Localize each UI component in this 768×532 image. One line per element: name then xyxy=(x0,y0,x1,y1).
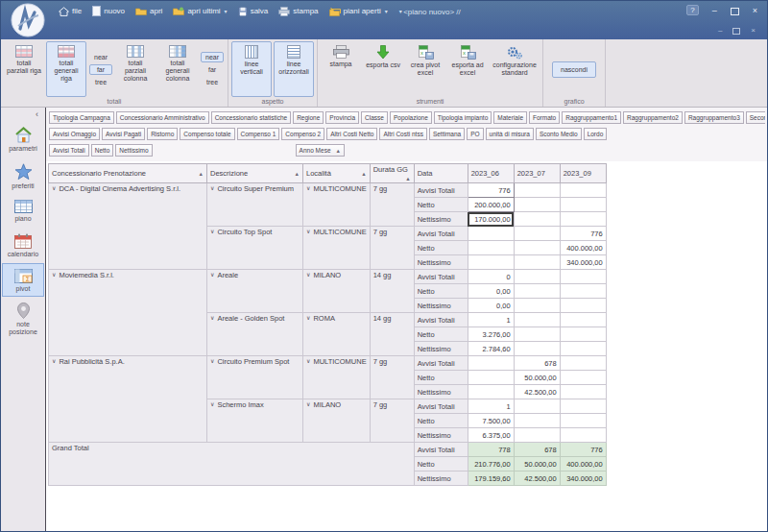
colonna-far-option[interactable]: far xyxy=(201,64,224,75)
value-cell[interactable] xyxy=(560,183,606,198)
menu-apri-ultimi[interactable]: apri ultimi ▾ xyxy=(173,7,227,15)
minimize-button[interactable]: – xyxy=(712,6,717,15)
value-cell[interactable] xyxy=(560,342,606,356)
sidebar-item-calendario[interactable]: calendario xyxy=(2,228,44,263)
collapse-icon[interactable]: ∨ xyxy=(306,272,310,278)
group-cell-descrizione[interactable]: ∨Circuito Top Spot xyxy=(207,227,303,270)
group-cell-localita[interactable]: ∨MULTICOMUNE xyxy=(303,227,371,270)
focused-value-cell[interactable]: 170.000,00 xyxy=(468,212,514,227)
field-chip[interactable]: unità di misura xyxy=(486,128,534,140)
help-button[interactable]: ? xyxy=(686,5,698,15)
close-button[interactable]: × xyxy=(753,6,757,15)
collapse-icon[interactable]: ∨ xyxy=(210,272,214,278)
value-cell[interactable] xyxy=(468,241,514,255)
field-chip[interactable]: Lordo xyxy=(584,128,608,140)
colonna-near-option[interactable]: near xyxy=(201,52,224,62)
crea-pivot-excel-button[interactable]: x crea pivot excel xyxy=(405,41,445,97)
sidebar-item-parametri[interactable]: parametri xyxy=(2,121,44,157)
value-cell[interactable] xyxy=(514,284,560,299)
value-cell[interactable]: 0,00 xyxy=(468,284,514,299)
menu-stampa[interactable]: stampa xyxy=(278,7,318,16)
maximize-button[interactable] xyxy=(731,8,739,15)
measure-chip[interactable]: Avvisi Totali xyxy=(49,144,89,157)
grand-total-cell[interactable]: 778 xyxy=(468,443,514,457)
group-cell-descrizione[interactable]: ∨Circuito Super Premium xyxy=(207,183,303,227)
value-cell[interactable]: 200.000,00 xyxy=(468,198,514,212)
value-cell[interactable]: 0 xyxy=(468,270,514,284)
grand-total-cell[interactable]: 400.000,00 xyxy=(560,457,606,472)
value-cell[interactable] xyxy=(560,428,606,443)
field-chip[interactable]: Raggruppamento3 xyxy=(684,111,744,124)
doc-restore-button[interactable] xyxy=(732,28,740,35)
value-cell[interactable] xyxy=(514,428,560,443)
collapse-icon[interactable]: ∨ xyxy=(306,185,310,191)
field-chip[interactable]: Sconto Medio xyxy=(536,128,582,140)
column-header-descrizione[interactable]: Descrizione▲ xyxy=(207,164,303,183)
value-cell[interactable] xyxy=(560,371,606,385)
nascondi-button[interactable]: nascondi xyxy=(552,61,596,78)
value-cell[interactable]: 42.500,00 xyxy=(514,385,560,399)
menu-file[interactable]: file xyxy=(59,7,82,16)
stampa-button[interactable]: stampa xyxy=(321,41,361,97)
value-cell[interactable]: 340.000,00 xyxy=(560,255,606,270)
totali-parziali-colonna-button[interactable]: totali parziali colonna xyxy=(115,41,156,97)
colonna-tree-option[interactable]: tree xyxy=(201,77,224,87)
value-cell[interactable]: 400.000,00 xyxy=(560,241,606,255)
esporta-csv-button[interactable]: esporta csv xyxy=(363,41,403,97)
value-cell[interactable]: 1 xyxy=(468,313,514,327)
grand-total-cell[interactable]: 776 xyxy=(560,443,606,457)
value-cell[interactable] xyxy=(560,414,606,428)
grand-total-cell[interactable]: 340.000,00 xyxy=(560,472,606,486)
doc-close-button[interactable]: × xyxy=(751,26,756,35)
value-cell[interactable]: 1 xyxy=(468,399,514,414)
value-cell[interactable] xyxy=(468,255,514,270)
value-cell[interactable]: 776 xyxy=(468,183,514,198)
value-cell[interactable] xyxy=(514,313,560,327)
value-cell[interactable] xyxy=(468,356,514,371)
collapse-icon[interactable]: ∨ xyxy=(306,401,310,407)
menu-apri[interactable]: apri xyxy=(135,7,162,15)
column-header-2023-07[interactable]: 2023_07 xyxy=(514,164,560,183)
collapse-icon[interactable]: ∨ xyxy=(52,358,56,364)
collapse-icon[interactable]: ∨ xyxy=(210,229,214,234)
value-cell[interactable] xyxy=(468,371,514,385)
collapse-icon[interactable]: ∨ xyxy=(210,358,214,364)
value-cell[interactable]: 678 xyxy=(514,356,560,371)
column-header-2023-06[interactable]: 2023_06 xyxy=(468,164,514,183)
sidebar-item-pivot[interactable]: Σ pivot xyxy=(2,263,44,298)
field-chip[interactable]: Popolazione xyxy=(390,111,432,124)
field-chip[interactable]: Raggruppamento1 xyxy=(562,111,621,124)
value-cell[interactable] xyxy=(514,342,560,356)
value-cell[interactable] xyxy=(560,327,606,342)
value-cell[interactable] xyxy=(560,356,606,371)
value-cell[interactable] xyxy=(514,198,560,212)
field-chip[interactable]: Secondi xyxy=(746,111,765,124)
value-cell[interactable]: 776 xyxy=(560,227,606,241)
field-chip[interactable]: Formato xyxy=(529,111,560,124)
group-cell-localita[interactable]: ∨MILANO xyxy=(303,399,371,443)
menu-nuovo[interactable]: nuovo xyxy=(92,6,125,16)
linee-orizzontali-button[interactable]: linee orizzontali xyxy=(274,41,314,97)
value-cell[interactable]: 7.500,00 xyxy=(468,414,514,428)
group-cell-concessionario[interactable]: ∨Moviemedia S.r.l. xyxy=(49,270,207,356)
group-cell-localita[interactable]: ∨ROMA xyxy=(303,313,371,356)
field-chip[interactable]: PO xyxy=(467,128,483,140)
field-chip[interactable]: Regione xyxy=(293,111,324,124)
grand-total-cell[interactable]: 210.776,00 xyxy=(468,457,514,472)
group-cell-localita[interactable]: ∨MULTICOMUNE xyxy=(303,356,371,399)
collapse-icon[interactable]: ∨ xyxy=(306,358,310,364)
totali-parziali-riga-button[interactable]: totali parziali riga xyxy=(4,41,44,97)
grand-total-cell[interactable]: 678 xyxy=(514,443,560,457)
field-chip[interactable]: Materiale xyxy=(493,111,527,124)
group-cell-descrizione[interactable]: ∨Circuito Premium Spot xyxy=(207,356,303,399)
collapse-icon[interactable]: ∨ xyxy=(306,229,310,234)
value-cell[interactable] xyxy=(514,227,560,241)
menu-piani-aperti[interactable]: piani aperti ▾ xyxy=(329,7,388,16)
grand-total-cell[interactable]: 42.500,00 xyxy=(514,472,560,486)
value-cell[interactable] xyxy=(514,212,560,227)
group-cell-concessionario[interactable]: ∨Rai Pubblicità S.p.A. xyxy=(49,356,207,443)
column-header-concessionario[interactable]: Concessionario Prenotazione▲ xyxy=(49,164,207,183)
linee-verticali-button[interactable]: linee verticali xyxy=(231,41,272,97)
riga-far-option[interactable]: far xyxy=(89,64,112,75)
field-chip[interactable]: Compenso 1 xyxy=(237,128,280,140)
